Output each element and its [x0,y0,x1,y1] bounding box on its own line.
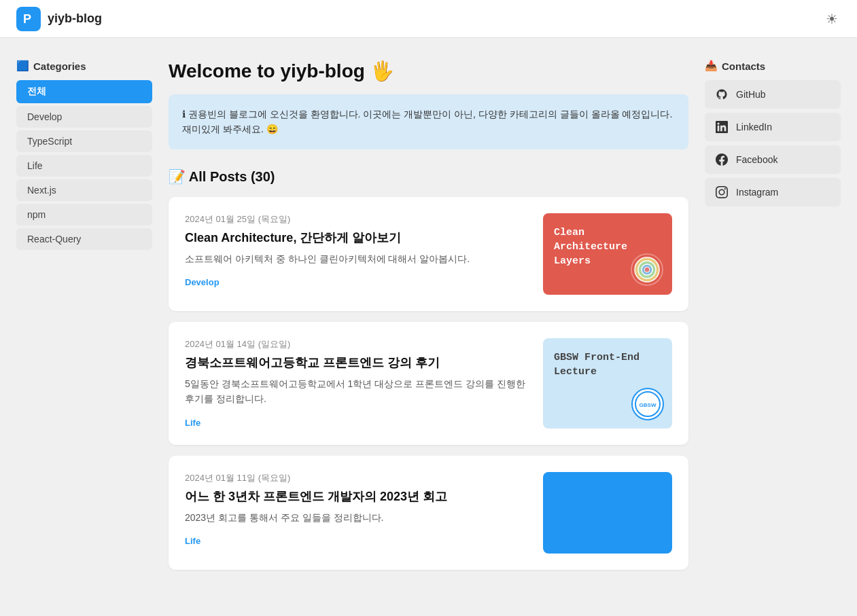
post-desc: 2023년 회고를 통해서 주요 일들을 정리합니다. [185,510,527,525]
logo-icon: P [16,7,41,31]
instagram-icon [714,185,729,200]
svg-text:P: P [23,12,31,26]
post-content-0: 2024년 01월 25일 (목요일) Clean Architecture, … [185,213,527,295]
posts-list: 2024년 01월 25일 (목요일) Clean Architecture, … [169,197,688,570]
arch-icon [630,253,664,287]
sidebar-items: 전체DevelopTypeScriptLifeNext.jsnpmReact-Q… [16,80,152,250]
post-title: 어느 한 3년차 프론트엔드 개발자의 2023년 회고 [185,488,527,505]
post-content-2: 2024년 01월 11일 (목요일) 어느 한 3년차 프론트엔드 개발자의 … [185,472,527,554]
post-card-0: 2024년 01월 25일 (목요일) Clean Architecture, … [169,197,688,311]
post-thumbnail-2[interactable] [543,472,672,554]
post-tag[interactable]: Life [185,418,200,428]
post-title: Clean Architecture, 간단하게 알아보기 [185,230,527,246]
banner-text: ℹ 권용빈의 블로그에 오신것을 환영합니다. 이곳에는 개발뿐만이 아닌, 다… [182,109,672,134]
post-date: 2024년 01월 11일 (목요일) [185,472,527,484]
post-thumbnail-0[interactable]: Clean ArchitectureLayers [543,213,672,295]
sidebar-item-TypeScript[interactable]: TypeScript [16,130,152,152]
page-layout: 🟦 Categories 전체DevelopTypeScriptLifeNext… [0,38,857,602]
theme-toggle-button[interactable]: ☀ [823,8,841,30]
contacts-sidebar: 📥 Contacts GitHub LinkedIn Facebook Inst… [705,60,841,581]
post-card-1: 2024년 01월 14일 (일요일) 경북소프트웨어고등학교 프론트엔드 강의… [169,322,688,445]
post-thumbnail-1[interactable]: GBSW Front-EndLecture GBSW [543,338,672,429]
post-tag[interactable]: Develop [185,277,220,287]
sidebar-item-React-Query[interactable]: React-Query [16,228,152,250]
contact-label: GitHub [736,89,766,100]
sidebar-item-Next.js[interactable]: Next.js [16,179,152,201]
contacts-icon: 📥 [705,60,718,72]
welcome-banner: ℹ 권용빈의 블로그에 오신것을 환영합니다. 이곳에는 개발뿐만이 아닌, 다… [169,94,688,149]
sidebar-item-npm[interactable]: npm [16,204,152,225]
contacts-section-title: 📥 Contacts [705,60,841,72]
sidebar-item-Life[interactable]: Life [16,155,152,177]
post-card-2: 2024년 01월 11일 (목요일) 어느 한 3년차 프론트엔드 개발자의 … [169,456,688,570]
welcome-title: Welcome to yiyb-blog 🖐 [169,60,688,82]
thumb-text: GBSW Front-EndLecture [554,350,640,379]
sidebar-item-전체[interactable]: 전체 [16,80,152,103]
sidebar-section-title: 🟦 Categories [16,60,152,72]
svg-point-5 [644,267,650,272]
post-tag[interactable]: Life [185,536,200,546]
contact-label: LinkedIn [736,122,772,132]
sidebar: 🟦 Categories 전체DevelopTypeScriptLifeNext… [16,60,152,581]
contact-item-github[interactable]: GitHub [705,80,841,109]
post-content-1: 2024년 01월 14일 (일요일) 경북소프트웨어고등학교 프론트엔드 강의… [185,338,527,429]
post-date: 2024년 01월 14일 (일요일) [185,338,527,350]
categories-icon: 🟦 [16,60,29,72]
github-icon [714,87,729,102]
main-content: Welcome to yiyb-blog 🖐 ℹ 권용빈의 블로그에 오신것을 … [169,60,688,581]
post-desc: 소프트웨어 아키텍처 중 하나인 클린아키텍처에 대해서 알아봅시다. [185,251,527,266]
site-title: yiyb-blog [48,12,102,26]
all-posts-heading: 📝 All Posts (30) [169,168,688,185]
post-desc: 5일동안 경북소프트웨어고등학교에서 1학년 대상으로 프론트엔드 강의를 진행… [185,376,527,407]
facebook-icon [714,152,729,167]
contacts-list: GitHub LinkedIn Facebook Instagram [705,80,841,206]
header: P yiyb-blog ☀ [0,0,857,38]
contact-item-instagram[interactable]: Instagram [705,178,841,206]
svg-text:GBSW: GBSW [640,402,657,408]
header-left: P yiyb-blog [16,7,102,31]
post-date: 2024년 01월 25일 (목요일) [185,213,527,225]
contact-item-facebook[interactable]: Facebook [705,145,841,174]
linkedin-icon [714,120,729,134]
contact-item-linkedin[interactable]: LinkedIn [705,113,841,141]
post-title: 경북소프트웨어고등학교 프론트엔드 강의 후기 [185,355,527,371]
gbsw-icon: GBSW [631,388,664,420]
sidebar-item-Develop[interactable]: Develop [16,106,152,128]
contact-label: Instagram [736,187,778,198]
contact-label: Facebook [736,154,777,165]
